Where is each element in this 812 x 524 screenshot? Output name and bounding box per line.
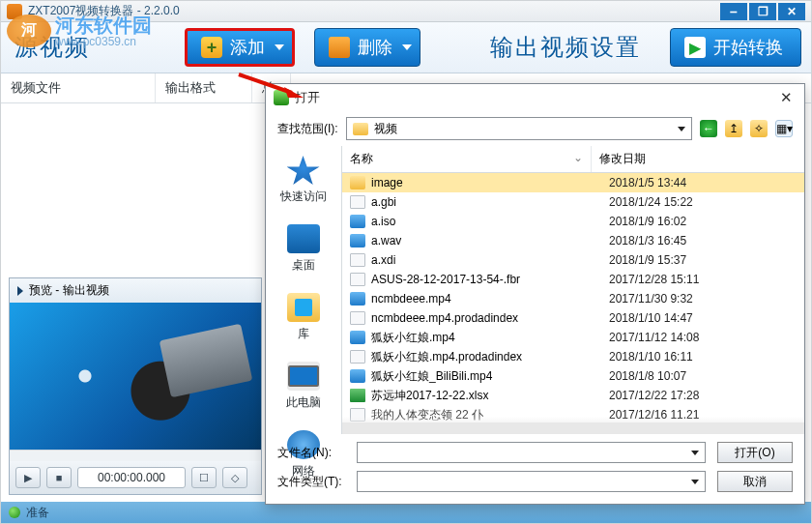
file-row[interactable]: 狐妖小红娘_BiliBili.mp42018/1/8 10:07 (342, 366, 804, 386)
start-button-label: 开始转换 (713, 36, 783, 59)
stop-button[interactable]: ■ (46, 467, 72, 488)
file-row[interactable]: a.iso2018/1/9 16:02 (342, 212, 804, 231)
desktop-icon (287, 224, 320, 253)
file-icon (350, 215, 365, 228)
add-button[interactable]: + 添加 (185, 28, 295, 67)
file-icon (350, 273, 365, 286)
file-list-columns: 名称⌄ 修改日期 (342, 146, 804, 173)
file-row[interactable]: image2018/1/5 13:44 (342, 173, 804, 192)
filetype-select[interactable] (357, 471, 706, 492)
file-name: a.xdi (371, 253, 609, 267)
preview-progress[interactable] (10, 450, 261, 461)
col-date[interactable]: 修改日期 (592, 146, 804, 172)
chevron-down-icon (691, 451, 699, 455)
file-date: 2018/1/3 16:45 (609, 234, 797, 247)
file-date: 2017/12/16 11.21 (609, 408, 797, 422)
add-button-label: 添加 (230, 36, 265, 59)
file-icon (350, 408, 365, 422)
file-row[interactable]: 狐妖小红娘.mp42017/11/12 14:08 (342, 328, 804, 347)
file-date: 2018/1/24 15:22 (609, 195, 797, 209)
place-this-pc[interactable]: 此电脑 (286, 362, 321, 411)
chevron-down-icon (402, 44, 412, 50)
file-rows: image2018/1/5 13:44a.gbi2018/1/24 15:22a… (342, 173, 804, 422)
file-row[interactable]: a.wav2018/1/3 16:45 (342, 231, 804, 250)
file-row[interactable]: 苏远坤2017-12-22.xlsx2017/12/22 17:28 (342, 386, 804, 405)
col-name[interactable]: 名称⌄ (342, 146, 592, 172)
file-date: 2018/1/5 13:44 (609, 176, 797, 189)
app-icon (7, 4, 22, 19)
look-in-row: 查找范围(I): 视频 ← ↥ ✧ ▦▾ (266, 111, 804, 146)
open-button[interactable]: 打开(O) (717, 442, 793, 463)
file-name: 苏远坤2017-12-22.xlsx (371, 388, 609, 404)
delete-button[interactable]: 删除 (314, 28, 420, 67)
place-libraries[interactable]: 库 (287, 293, 320, 342)
file-date: 2017/12/22 17:28 (609, 389, 797, 402)
preview-image (10, 303, 261, 450)
file-date: 2018/1/9 16:02 (609, 215, 797, 228)
output-panel-title: 输出视频设置 (486, 32, 641, 63)
file-row[interactable]: ncmbdeee.mp42017/11/30 9:32 (342, 289, 804, 308)
file-date: 2018/1/10 14:47 (609, 311, 797, 325)
file-row[interactable]: a.xdi2018/1/9 15:37 (342, 250, 804, 270)
preview-time: 00:00:00.000 (77, 467, 186, 488)
file-row[interactable]: a.gbi2018/1/24 15:22 (342, 192, 804, 212)
play-button[interactable]: ▶ (15, 467, 41, 488)
dialog-close-button[interactable]: ✕ (775, 87, 797, 108)
filename-input[interactable] (357, 442, 706, 463)
toolbar: 源视频 + 添加 删除 输出视频设置 ▶ 开始转换 (1, 22, 811, 73)
dialog-titlebar: 打开 ✕ (266, 84, 804, 111)
place-desktop[interactable]: 桌面 (287, 224, 320, 274)
preview-title: 预览 - 输出视频 (29, 282, 109, 299)
app-title: ZXT2007视频转换器 - 2.2.0.0 (28, 3, 180, 19)
nav-back-button[interactable]: ← (700, 120, 717, 137)
file-icon (350, 292, 365, 306)
nav-up-button[interactable]: ↥ (725, 120, 742, 137)
look-in-combo[interactable]: 视频 (346, 117, 692, 140)
file-icon (350, 311, 365, 325)
file-name: ncmbdeee.mp4 (371, 292, 609, 306)
dialog-icon (274, 90, 289, 105)
file-date: 2018/1/8 10:07 (609, 369, 797, 383)
status-bar: 准备 (1, 502, 811, 523)
disclosure-triangle-icon[interactable] (17, 286, 23, 296)
source-panel-title: 源视频 (11, 32, 165, 63)
file-name: 狐妖小红娘.mp4.prodadindex (371, 349, 609, 365)
nav-newfolder-button[interactable]: ✧ (750, 120, 768, 137)
file-icon (350, 331, 365, 344)
file-name: 狐妖小红娘.mp4 (371, 330, 609, 346)
open-file-dialog: 打开 ✕ 查找范围(I): 视频 ← ↥ ✧ ▦▾ 快速访问 桌面 (265, 83, 805, 505)
nav-view-button[interactable]: ▦▾ (775, 120, 793, 137)
close-button[interactable]: ✕ (778, 3, 805, 20)
delete-button-label: 删除 (358, 36, 392, 59)
file-name: a.gbi (371, 195, 609, 209)
file-icon (350, 350, 365, 364)
file-name: a.iso (371, 215, 609, 228)
filename-label: 文件名(N): (277, 445, 345, 461)
maximize-button[interactable]: ❐ (749, 3, 776, 20)
file-row[interactable]: ncmbdeee.mp4.prodadindex2018/1/10 14:47 (342, 308, 804, 328)
pc-icon (287, 362, 320, 391)
file-row[interactable]: ASUS-28-12-2017-13-54-.fbr2017/12/28 15:… (342, 270, 804, 289)
minimize-button[interactable]: ‒ (720, 3, 747, 20)
snapshot-button[interactable]: ☐ (191, 467, 217, 488)
col-video-file: 视频文件 (1, 73, 156, 102)
convert-icon: ▶ (684, 37, 706, 58)
zoom-button[interactable]: ◇ (222, 467, 247, 488)
folder-icon (353, 123, 368, 135)
file-row[interactable]: 我的人体变态领 22 仆2017/12/16 11.21 (342, 405, 804, 422)
filetype-label: 文件类型(T): (277, 474, 345, 490)
file-row[interactable]: 狐妖小红娘.mp4.prodadindex2018/1/10 16:11 (342, 347, 804, 366)
place-quick-access[interactable]: 快速访问 (280, 156, 327, 205)
folder-icon (350, 176, 365, 189)
file-date: 2017/11/12 14:08 (609, 331, 797, 344)
horizontal-scrollbar[interactable] (342, 422, 804, 434)
file-icon (350, 234, 365, 247)
cancel-button[interactable]: 取消 (717, 471, 793, 492)
preview-controls: ▶ ■ 00:00:00.000 ☐ ◇ (10, 461, 261, 494)
look-in-label: 查找范围(I): (277, 121, 338, 137)
places-sidebar: 快速访问 桌面 库 此电脑 网络 (266, 146, 341, 434)
start-convert-button[interactable]: ▶ 开始转换 (670, 28, 801, 67)
file-name: 我的人体变态领 22 仆 (371, 407, 609, 423)
file-name: ncmbdeee.mp4.prodadindex (371, 311, 609, 325)
file-date: 2018/1/9 15:37 (609, 253, 797, 267)
